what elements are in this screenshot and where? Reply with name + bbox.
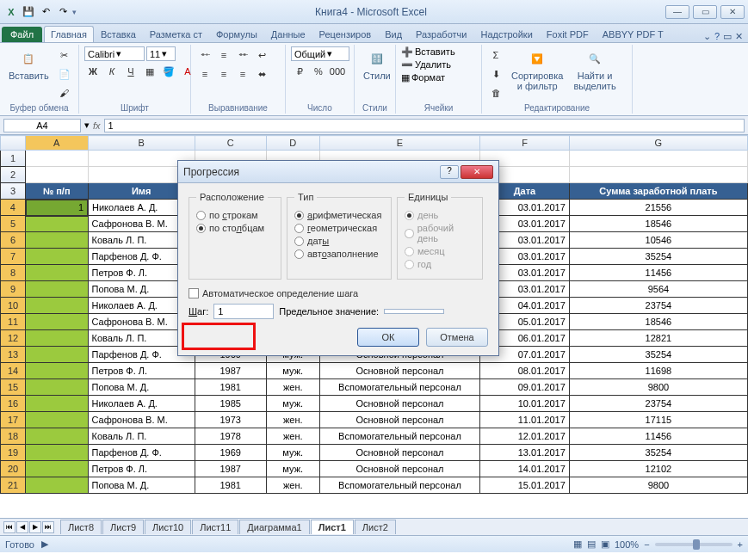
- cell-sum[interactable]: 23754: [569, 298, 747, 314]
- cell-idx[interactable]: [26, 216, 89, 232]
- format-painter-icon[interactable]: 🖌: [56, 84, 73, 102]
- percent-icon[interactable]: %: [310, 63, 327, 80]
- close-button[interactable]: ✕: [720, 5, 745, 19]
- ribbon-tab-4[interactable]: Данные: [264, 26, 312, 42]
- cell-idx[interactable]: [26, 232, 89, 249]
- cell-year[interactable]: 1981: [195, 477, 266, 494]
- cell-date[interactable]: 15.01.2017: [480, 477, 570, 494]
- cell-idx[interactable]: [26, 249, 89, 265]
- sort-filter-button[interactable]: 🔽 Сортировка и фильтр: [508, 46, 566, 93]
- paste-button[interactable]: 📋 Вставить: [5, 46, 53, 83]
- cell-sum[interactable]: 18546: [569, 216, 747, 232]
- cell-year[interactable]: 1973: [195, 412, 266, 428]
- cell-date[interactable]: 14.01.2017: [480, 461, 570, 477]
- cell-gender[interactable]: жен.: [266, 477, 319, 494]
- cell-name[interactable]: Парфенов Д. Ф.: [88, 445, 195, 461]
- ribbon-tab-2[interactable]: Разметка ст: [143, 26, 209, 42]
- dialog-titlebar[interactable]: Прогрессия ? ✕: [178, 161, 498, 183]
- row-header-15[interactable]: 15: [1, 379, 26, 396]
- row-header-1[interactable]: 1: [1, 151, 26, 167]
- view-break-icon[interactable]: ▣: [601, 538, 609, 550]
- checkbox-autodetect[interactable]: Автоматическое определение шага: [189, 288, 488, 298]
- row-header-19[interactable]: 19: [1, 445, 26, 461]
- sheet-last-icon[interactable]: ⏭: [42, 521, 54, 533]
- sheet-tab-Лист1[interactable]: Лист1: [311, 520, 354, 534]
- cell-gender[interactable]: муж.: [266, 445, 319, 461]
- fill-icon[interactable]: ⬇: [487, 65, 504, 83]
- cell-sum[interactable]: 21556: [569, 200, 747, 216]
- delete-cells-button[interactable]: ➖Удалить: [401, 59, 451, 71]
- help-icon[interactable]: ?: [714, 31, 720, 42]
- cell-name[interactable]: Коваль Л. П.: [88, 428, 195, 445]
- underline-icon[interactable]: Ч: [122, 63, 139, 80]
- ribbon-tab-1[interactable]: Вставка: [94, 26, 143, 42]
- radio-dates[interactable]: даты: [294, 236, 384, 246]
- radio-autofill[interactable]: автозаполнение: [294, 249, 384, 259]
- styles-button[interactable]: 🔠 Стили: [360, 46, 394, 83]
- cell-sum[interactable]: 12102: [569, 461, 747, 477]
- cell-category[interactable]: Вспомогательный персонал: [319, 477, 479, 494]
- excel-icon[interactable]: X: [3, 4, 19, 20]
- view-normal-icon[interactable]: ▦: [573, 538, 582, 550]
- cell-category[interactable]: Основной персонал: [319, 445, 479, 461]
- col-header-corner[interactable]: [1, 136, 26, 151]
- cell-date[interactable]: 10.01.2017: [480, 396, 570, 412]
- row-header-6[interactable]: 6: [1, 232, 26, 249]
- row-header-12[interactable]: 12: [1, 330, 26, 347]
- row-header-20[interactable]: 20: [1, 461, 26, 477]
- zoom-level[interactable]: 100%: [615, 539, 639, 550]
- radio-by-rows[interactable]: по строкам: [196, 210, 274, 220]
- font-name-combo[interactable]: Calibri▾: [84, 46, 145, 61]
- window-restore-icon[interactable]: ▭: [723, 31, 732, 42]
- ribbon-tab-3[interactable]: Формулы: [209, 26, 264, 42]
- cell-idx[interactable]: [26, 412, 89, 428]
- row-header-3[interactable]: 3: [1, 183, 26, 200]
- row-header-16[interactable]: 16: [1, 396, 26, 412]
- step-input[interactable]: 1: [213, 304, 274, 319]
- sheet-tab-Лист2[interactable]: Лист2: [355, 520, 396, 534]
- cell-idx[interactable]: [26, 298, 89, 314]
- cell-idx[interactable]: [26, 461, 89, 477]
- cut-icon[interactable]: ✂: [56, 46, 73, 64]
- undo-icon[interactable]: ↶: [38, 4, 53, 20]
- zoom-slider[interactable]: [655, 543, 733, 546]
- cell-year[interactable]: 1981: [195, 379, 266, 396]
- cell-idx[interactable]: [26, 347, 89, 363]
- cell-idx[interactable]: [26, 396, 89, 412]
- align-right-icon[interactable]: ≡: [234, 65, 251, 83]
- sheet-tab-Лист10[interactable]: Лист10: [145, 520, 191, 534]
- currency-icon[interactable]: ₽: [291, 63, 308, 80]
- cell-idx[interactable]: [26, 445, 89, 461]
- cell-gender[interactable]: муж.: [266, 396, 319, 412]
- border-icon[interactable]: ▦: [141, 63, 158, 80]
- col-header-C[interactable]: C: [195, 136, 266, 151]
- cell-category[interactable]: Вспомогательный персонал: [319, 428, 479, 445]
- row-header-21[interactable]: 21: [1, 477, 26, 494]
- sheet-first-icon[interactable]: ⏮: [3, 521, 15, 533]
- cell-idx[interactable]: 1: [26, 200, 89, 216]
- align-center-icon[interactable]: ≡: [215, 65, 232, 83]
- dropdown-icon[interactable]: ▾: [84, 120, 90, 131]
- row-header-17[interactable]: 17: [1, 412, 26, 428]
- italic-icon[interactable]: К: [103, 63, 121, 80]
- cell-idx[interactable]: [26, 428, 89, 445]
- redo-icon[interactable]: ↷: [55, 4, 71, 20]
- cancel-button[interactable]: Отмена: [426, 328, 488, 347]
- clear-icon[interactable]: 🗑: [487, 84, 504, 102]
- cell-name[interactable]: Попова М. Д.: [88, 477, 195, 494]
- cell-category[interactable]: Основной персонал: [319, 412, 479, 428]
- align-top-icon[interactable]: ⬴: [196, 46, 213, 64]
- cell-year[interactable]: 1978: [195, 428, 266, 445]
- cell-category[interactable]: Вспомогательный персонал: [319, 379, 479, 396]
- row-header-11[interactable]: 11: [1, 314, 26, 330]
- row-header-4[interactable]: 4: [1, 200, 26, 216]
- limit-input[interactable]: [384, 309, 444, 314]
- cell-year[interactable]: 1969: [195, 445, 266, 461]
- cell-name[interactable]: Попова М. Д.: [88, 379, 195, 396]
- row-header-7[interactable]: 7: [1, 249, 26, 265]
- align-bot-icon[interactable]: ⬵: [234, 46, 251, 64]
- cell-gender[interactable]: муж.: [266, 461, 319, 477]
- cell-idx[interactable]: [26, 281, 89, 298]
- save-icon[interactable]: 💾: [21, 4, 36, 20]
- row-header-5[interactable]: 5: [1, 216, 26, 232]
